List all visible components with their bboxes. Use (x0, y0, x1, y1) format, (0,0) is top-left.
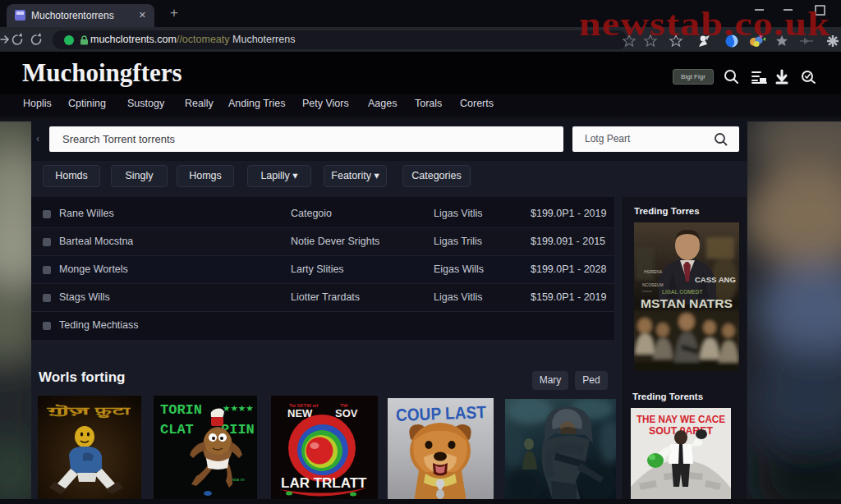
svg-text:COUP LAST: COUP LAST (396, 402, 487, 424)
svg-text:फ़ॗटा: फ़ॗटा (94, 405, 131, 419)
svg-text:sta m: sta m (232, 477, 245, 482)
svg-text:TORIN: TORIN (160, 402, 202, 418)
svg-text:LAR TRLATT: LAR TRLATT (281, 475, 367, 491)
svg-text:★★★★: ★★★★ (223, 403, 254, 413)
svg-text:SOV: SOV (335, 407, 358, 419)
svg-text:CLAT: CLAT (160, 422, 194, 438)
svg-text:ग़ॖॊज़: ग़ॖॊज़ (45, 404, 90, 417)
svg-text:THE NAY WE CACE: THE NAY WE CACE (636, 413, 725, 425)
